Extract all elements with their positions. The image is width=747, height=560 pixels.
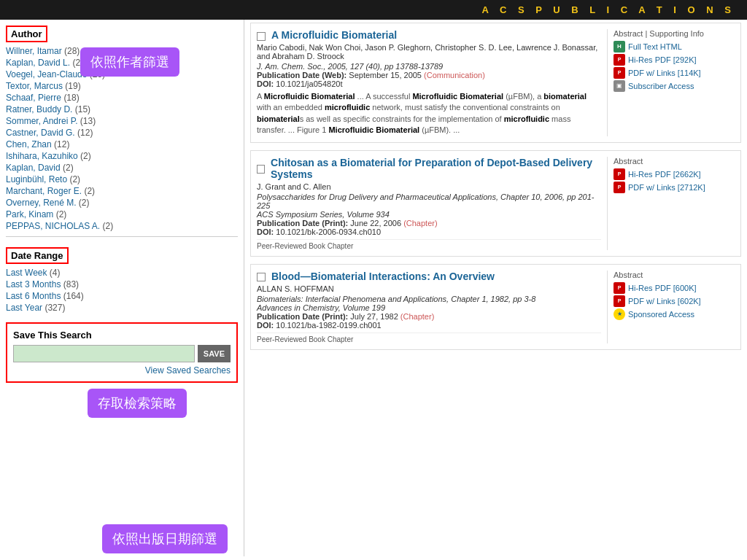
article-link[interactable]: P Hi-Res PDF [600K]	[614, 282, 735, 294]
author-item[interactable]: Luginbühl, Reto (2)	[6, 174, 238, 185]
date-item[interactable]: Last 3 Months (83)	[6, 279, 238, 290]
page-header: A C S P U B L I C A T I O N S	[0, 0, 747, 20]
pdf-icon: P	[614, 67, 625, 79]
article-checkbox[interactable]	[257, 32, 266, 41]
subscriber-access-link[interactable]: ▣ Subscriber Access	[614, 80, 735, 92]
article-checkbox[interactable]	[257, 273, 266, 281]
author-item[interactable]: Kaplan, David (2)	[6, 162, 238, 174]
subscriber-icon: ★	[614, 308, 625, 320]
author-section-header: Author	[6, 26, 47, 42]
article-authors: J. Grant and C. Allen	[257, 182, 601, 191]
article-doi: DOI: 10.1021/bk-2006-0934.ch010	[257, 228, 601, 236]
article-journal: Polysaccharides for Drug Delivery and Ph…	[257, 192, 601, 210]
article-link[interactable]: P PDF w/ Links [602K]	[614, 295, 735, 307]
article-pubdate: Publication Date (Web): September 15, 20…	[257, 71, 601, 79]
article-authors: Mario Cabodi, Nak Won Choi, Jason P. Gle…	[257, 43, 601, 61]
article-main: Blood—Biomaterial Interactions: An Overv…	[257, 271, 601, 343]
date-section-header: Date Range	[6, 247, 69, 264]
author-annotation: 依照作者篩選	[80, 47, 179, 77]
author-item[interactable]: Schaaf, Pierre (18)	[6, 92, 238, 104]
save-annotation: 存取檢索策略	[88, 389, 187, 418]
date-list: Last Week (4)Last 3 Months (83)Last 6 Mo…	[0, 267, 244, 316]
view-saved-searches-link[interactable]: View Saved Searches	[13, 365, 231, 376]
header-title: A C S P U B L I C A T I O N S	[481, 4, 735, 15]
article-actions: Abstract P Hi-Res PDF [600K] P PDF w/ Li…	[607, 271, 735, 343]
article-journal: Biomaterials: Interfacial Phenomena and …	[257, 295, 601, 303]
article-link[interactable]: P PDF w/ Links [114K]	[614, 67, 735, 79]
save-search-input[interactable]	[13, 345, 195, 362]
author-item[interactable]: Sommer, Andrei P. (13)	[6, 115, 238, 127]
article-authors: ALLAN S. HOFFMAN	[257, 284, 601, 293]
save-search-box: Save This Search SAVE View Saved Searche…	[6, 322, 238, 383]
article-journal2: ACS Symposium Series, Volume 934	[257, 210, 601, 219]
author-item[interactable]: PEPPAS, NICHOLAS A. (2)	[6, 220, 238, 232]
pdf-icon: P	[614, 168, 625, 180]
article-main: Chitosan as a Biomaterial for Preparatio…	[257, 157, 601, 250]
author-item[interactable]: Chen, Zhan (12)	[6, 139, 238, 150]
article-title[interactable]: Blood—Biomaterial Interactions: An Overv…	[271, 271, 495, 282]
author-item[interactable]: Castner, David G. (12)	[6, 127, 238, 139]
author-item[interactable]: Park, Kinam (2)	[6, 209, 238, 220]
pdf-icon: P	[614, 295, 625, 307]
date-item[interactable]: Last Week (4)	[6, 267, 238, 279]
author-item[interactable]: Overney, René M. (2)	[6, 197, 238, 209]
date-item[interactable]: Last 6 Months (164)	[6, 290, 238, 302]
action-label: Abstract | Supporting Info	[614, 29, 735, 38]
article-doi: DOI: 10.1021/ba-1982-0199.ch001	[257, 321, 601, 330]
article-title[interactable]: Chitosan as a Biomaterial for Preparatio…	[271, 157, 601, 180]
article-checkbox[interactable]	[257, 165, 265, 174]
article-link[interactable]: H Full Text HTML	[614, 41, 735, 52]
author-item[interactable]: Marchant, Roger E. (2)	[6, 185, 238, 197]
article-journal: J. Am. Chem. Soc., 2005, 127 (40), pp 13…	[257, 62, 601, 71]
article-list: A Microfluidic Biomaterial Mario Cabodi,…	[244, 20, 747, 556]
article-link[interactable]: P Hi-Res PDF [2662K]	[614, 168, 735, 180]
article-card: Chitosan as a Biomaterial for Preparatio…	[250, 150, 741, 257]
article-link[interactable]: P PDF w/ Links [2712K]	[614, 182, 735, 193]
article-link[interactable]: P Hi-Res PDF [292K]	[614, 54, 735, 66]
article-card: Blood—Biomaterial Interactions: An Overv…	[250, 264, 741, 350]
article-doi: DOI: 10.1021/ja054820t	[257, 79, 601, 88]
pdf-icon: P	[614, 182, 625, 193]
html-icon: H	[614, 41, 625, 52]
save-button[interactable]: SAVE	[198, 345, 231, 362]
sidebar: Author 依照作者篩選 Willner, Itamar (28)Kaplan…	[0, 20, 244, 556]
date-item[interactable]: Last Year (327)	[6, 302, 238, 314]
pdf-icon: P	[614, 282, 625, 294]
article-actions: Abstract P Hi-Res PDF [2662K] P PDF w/ L…	[607, 157, 735, 250]
save-search-title: Save This Search	[13, 330, 231, 341]
author-item[interactable]: Ishihara, Kazuhiko (2)	[6, 150, 238, 162]
article-main: A Microfluidic Biomaterial Mario Cabodi,…	[257, 29, 601, 136]
action-label: Abstract	[614, 271, 735, 279]
article-pubdate: Publication Date (Print): June 22, 2006 …	[257, 219, 601, 228]
article-badge: Peer-Reviewed Book Chapter	[257, 239, 601, 250]
date-annotation: 依照出版日期篩選	[102, 524, 228, 553]
action-label: Abstract	[614, 157, 735, 166]
article-card: A Microfluidic Biomaterial Mario Cabodi,…	[250, 23, 741, 143]
author-item[interactable]: Textor, Marcus (19)	[6, 80, 238, 92]
article-title[interactable]: A Microfluidic Biomaterial	[271, 29, 397, 41]
pdf-icon: P	[614, 54, 625, 66]
subscriber-access-link[interactable]: ★ Sponsored Access	[614, 308, 735, 320]
article-actions: Abstract | Supporting Info H Full Text H…	[607, 29, 735, 136]
article-badge: Peer-Reviewed Book Chapter	[257, 332, 601, 343]
article-journal2: Advances in Chemistry, Volume 199	[257, 303, 601, 312]
subscriber-icon: ▣	[614, 80, 625, 92]
author-item[interactable]: Ratner, Buddy D. (15)	[6, 104, 238, 115]
article-pubdate: Publication Date (Print): July 27, 1982 …	[257, 312, 601, 321]
article-abstract: A Microfluidic Biomaterial ... A success…	[257, 91, 601, 136]
